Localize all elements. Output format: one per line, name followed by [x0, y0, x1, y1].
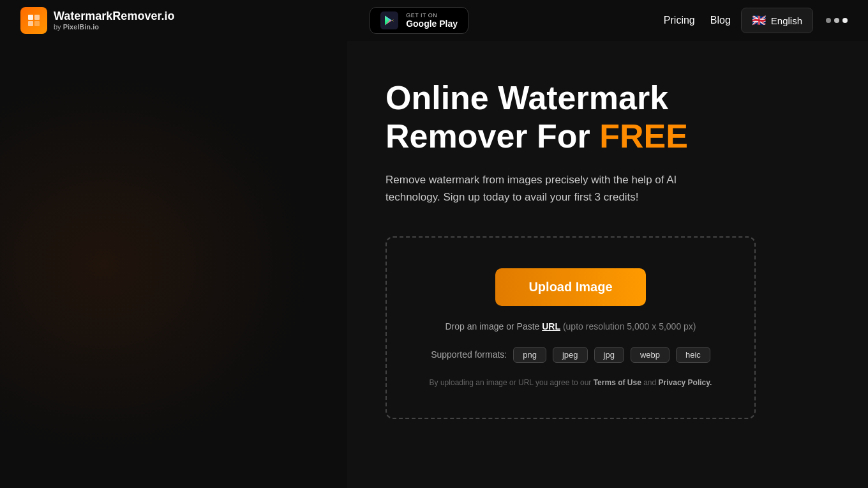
- headline-free-text: FREE: [599, 118, 688, 155]
- dot-1: [826, 18, 831, 23]
- main-content: Online Watermark Remover For FREE Remove…: [0, 41, 868, 488]
- svg-rect-0: [28, 15, 33, 20]
- format-jpeg: jpeg: [553, 347, 588, 363]
- google-play-text: GET IT ON Google Play: [406, 12, 458, 29]
- headline-line1: Online Watermark: [385, 79, 668, 116]
- terms-before: By uploading an image or URL you agree t…: [430, 378, 592, 387]
- blog-link[interactable]: Blog: [710, 15, 731, 26]
- svg-rect-3: [34, 21, 40, 26]
- drop-text: Drop an image or Paste URL (upto resolut…: [445, 321, 696, 332]
- flag-icon: 🇬🇧: [752, 13, 766, 27]
- logo-area: WatermarkRemover.io by PixelBin.io: [20, 7, 174, 34]
- hero-subtitle: Remove watermark from images precisely w…: [385, 171, 730, 206]
- left-panel: [0, 41, 347, 488]
- logo-text: WatermarkRemover.io by PixelBin.io: [54, 10, 174, 32]
- hero-headline: Online Watermark Remover For FREE: [385, 79, 817, 156]
- format-heic: heic: [676, 347, 710, 363]
- language-button[interactable]: 🇬🇧 English: [741, 8, 813, 33]
- google-play-area: GET IT ON Google Play: [370, 7, 468, 34]
- pricing-link[interactable]: Pricing: [664, 15, 695, 26]
- site-by: by PixelBin.io: [54, 23, 174, 31]
- nav-links: Pricing Blog 🇬🇧 English: [664, 8, 848, 33]
- right-panel: Online Watermark Remover For FREE Remove…: [347, 41, 868, 488]
- format-png: png: [513, 347, 546, 363]
- google-play-button[interactable]: GET IT ON Google Play: [370, 7, 468, 34]
- upload-image-button[interactable]: Upload Image: [495, 268, 645, 306]
- terms-and: and: [643, 378, 656, 387]
- terms-text: By uploading an image or URL you agree t…: [430, 378, 712, 387]
- format-webp: webp: [631, 347, 670, 363]
- paste-url-link[interactable]: URL: [542, 321, 560, 332]
- navbar: WatermarkRemover.io by PixelBin.io: [0, 0, 868, 41]
- site-title: WatermarkRemover.io: [54, 10, 174, 24]
- dot-menu: [826, 18, 848, 23]
- dot-3: [842, 18, 848, 23]
- dot-2: [834, 18, 839, 23]
- svg-rect-2: [28, 21, 33, 26]
- bg-glow: [0, 41, 347, 488]
- language-label: English: [771, 15, 802, 26]
- drop-text-before: Drop an image or Paste: [445, 321, 540, 332]
- resolution-text: (upto resolution 5,000 x 5,000 px): [563, 321, 696, 332]
- upload-box: Upload Image Drop an image or Paste URL …: [385, 236, 756, 419]
- formats-row: Supported formats: png jpeg jpg webp hei…: [431, 347, 710, 363]
- logo-icon[interactable]: [20, 7, 47, 34]
- format-jpg: jpg: [594, 347, 624, 363]
- headline-line2: Remover For: [385, 118, 590, 155]
- privacy-policy-link[interactable]: Privacy Policy.: [659, 378, 712, 387]
- svg-rect-1: [34, 15, 40, 20]
- terms-of-use-link[interactable]: Terms of Use: [594, 378, 641, 387]
- formats-label: Supported formats:: [431, 349, 507, 360]
